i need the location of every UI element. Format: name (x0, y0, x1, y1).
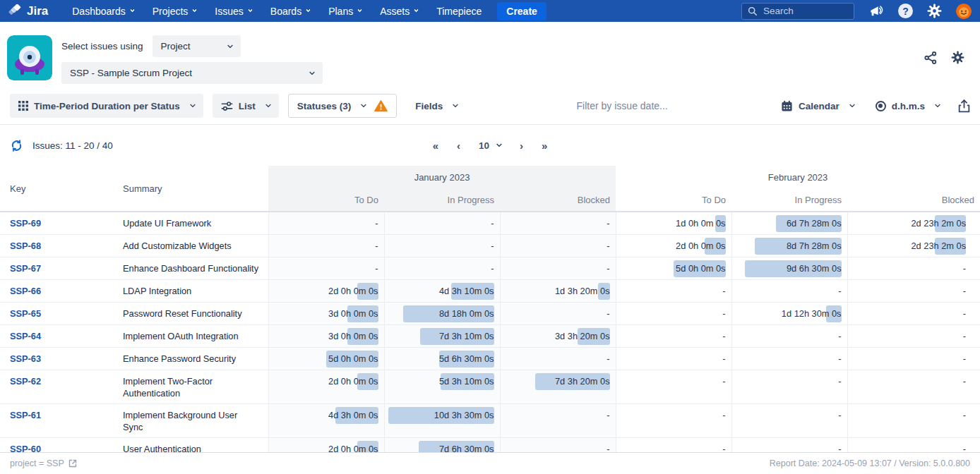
issues-count-label: Issues: 11 - 20 / 40 (32, 140, 113, 151)
issue-key-link[interactable]: SSP-64 (10, 331, 41, 341)
last-page-button[interactable]: » (542, 140, 547, 152)
jira-logo[interactable]: Jira (8, 4, 48, 18)
calendar-select[interactable]: Calendar (778, 94, 857, 118)
duration-value: 2d 0h 0m 0s (676, 241, 725, 251)
issue-key-link[interactable]: SSP-62 (10, 376, 41, 387)
table-body: SSP-69Update UI Framework---1d 0h 0m 0s6… (0, 212, 980, 461)
empty-duration: - (838, 353, 841, 364)
empty-duration: - (491, 263, 494, 274)
duration-cell: - (616, 303, 731, 325)
page-size-select[interactable]: 10 (479, 140, 501, 151)
external-link-icon (68, 459, 77, 468)
jql-link[interactable]: project = SSP (10, 458, 77, 468)
issue-key-link[interactable]: SSP-68 (10, 241, 41, 251)
duration-cell: - (847, 280, 980, 303)
status-column-header: Blocked (847, 189, 980, 212)
units-select[interactable]: d.h.m.s (873, 94, 943, 118)
month-group-header: February 2023 (616, 166, 980, 189)
empty-duration: - (722, 331, 725, 341)
duration-value: 8d 18h 0m 0s (439, 308, 494, 319)
announcements-icon[interactable] (868, 4, 884, 18)
issue-key-link[interactable]: SSP-67 (10, 263, 41, 274)
top-nav: Jira DashboardsProjectsIssuesBoardsPlans… (0, 0, 980, 22)
duration-cell: 2d 0h 0m 0s (616, 235, 731, 257)
fields-select[interactable]: Fields (407, 94, 466, 118)
duration-cell: 7d 3h 10m 0s (384, 325, 500, 348)
duration-value: 8d 7h 28m 0s (787, 241, 842, 251)
duration-cell: - (731, 280, 847, 303)
export-icon[interactable] (958, 99, 970, 113)
issue-key-link[interactable]: SSP-65 (10, 308, 41, 319)
empty-duration: - (375, 218, 378, 229)
view-select[interactable]: List (213, 94, 279, 118)
duration-cell: 2d 23h 2m 0s (847, 212, 980, 235)
toolbar-divider (0, 124, 980, 125)
empty-duration: - (963, 410, 966, 420)
duration-cell: 1d 3h 20m 0s (500, 280, 616, 303)
next-page-button[interactable]: › (520, 140, 523, 152)
duration-cell: - (847, 257, 980, 280)
nav-item-dashboards[interactable]: Dashboards (72, 6, 134, 17)
key-cell: SSP-64 (0, 325, 123, 348)
duration-cell: - (500, 257, 616, 280)
duration-value: 1d 3h 20m 0s (555, 286, 610, 296)
nav-item-boards[interactable]: Boards (270, 6, 310, 17)
share-icon[interactable] (924, 51, 937, 64)
nav-item-projects[interactable]: Projects (153, 6, 197, 17)
search-placeholder: Search (763, 6, 794, 16)
settings-icon[interactable] (927, 4, 942, 18)
key-cell: SSP-66 (0, 280, 123, 303)
issue-source-select[interactable]: Project (153, 35, 241, 57)
empty-duration: - (838, 410, 841, 420)
grid-icon (18, 101, 28, 111)
duration-value: 4d 3h 0m 0s (328, 410, 378, 420)
issue-key-link[interactable]: SSP-66 (10, 286, 41, 296)
duration-value: 4d 3h 10m 0s (439, 286, 494, 296)
project-select[interactable]: SSP - Sample Scrum Project (61, 62, 323, 84)
status-column-header: To Do (616, 189, 731, 212)
table-row: SSP-67Enhance Dashboard Functionality---… (0, 257, 980, 280)
help-icon[interactable]: ? (898, 4, 913, 18)
empty-duration: - (491, 218, 494, 229)
refresh-icon[interactable] (10, 139, 23, 152)
nav-item-assets[interactable]: Assets (380, 6, 418, 17)
duration-cell: 1d 0h 0m 0s (616, 212, 731, 235)
nav-item-issues[interactable]: Issues (215, 6, 251, 17)
user-avatar[interactable] (956, 4, 972, 19)
statuses-select[interactable]: Statuses (3) (288, 94, 398, 118)
issue-key-link[interactable]: SSP-61 (10, 410, 41, 420)
duration-cell: 3d 0h 0m 0s (268, 303, 384, 325)
duration-cell: - (500, 303, 616, 325)
toolbar-right: Calendar d.h.m.s (778, 94, 970, 118)
status-column-header: Blocked (500, 189, 616, 212)
duration-cell: - (616, 325, 731, 348)
duration-cell: - (384, 257, 500, 280)
filter-by-date-input[interactable]: Filter by issue date... (466, 100, 778, 111)
duration-cell: 2d 0h 0m 0s (268, 280, 384, 303)
empty-duration: - (963, 308, 966, 319)
duration-value: 7d 3h 20m 0s (555, 376, 610, 387)
create-button[interactable]: Create (497, 2, 546, 20)
report-settings-icon[interactable] (951, 51, 964, 64)
issue-key-link[interactable]: SSP-63 (10, 353, 41, 364)
nav-item-timepiece[interactable]: Timepiece (436, 6, 482, 17)
key-cell: SSP-65 (0, 303, 123, 325)
duration-cell: - (847, 370, 980, 404)
duration-cell: 4d 3h 0m 0s (268, 404, 384, 438)
duration-value: 5d 3h 10m 0s (439, 376, 494, 387)
first-page-button[interactable]: « (433, 140, 438, 152)
search-input[interactable]: Search (741, 3, 854, 20)
nav-item-plans[interactable]: Plans (328, 6, 361, 17)
key-cell: SSP-67 (0, 257, 123, 280)
issue-key-link[interactable]: SSP-69 (10, 218, 41, 229)
table-row: SSP-68Add Customizable Widgets---2d 0h 0… (0, 235, 980, 257)
duration-cell: 5d 0h 0m 0s (616, 257, 731, 280)
empty-duration: - (375, 241, 378, 251)
duration-value: 7d 3h 10m 0s (439, 331, 494, 341)
empty-duration: - (963, 286, 966, 296)
empty-duration: - (606, 263, 609, 274)
prev-page-button[interactable]: ‹ (457, 140, 460, 152)
duration-cell: - (268, 212, 384, 235)
report-type-select[interactable]: Time-Period Duration per Status (10, 94, 203, 118)
duration-cell: 10d 3h 30m 0s (384, 404, 500, 438)
